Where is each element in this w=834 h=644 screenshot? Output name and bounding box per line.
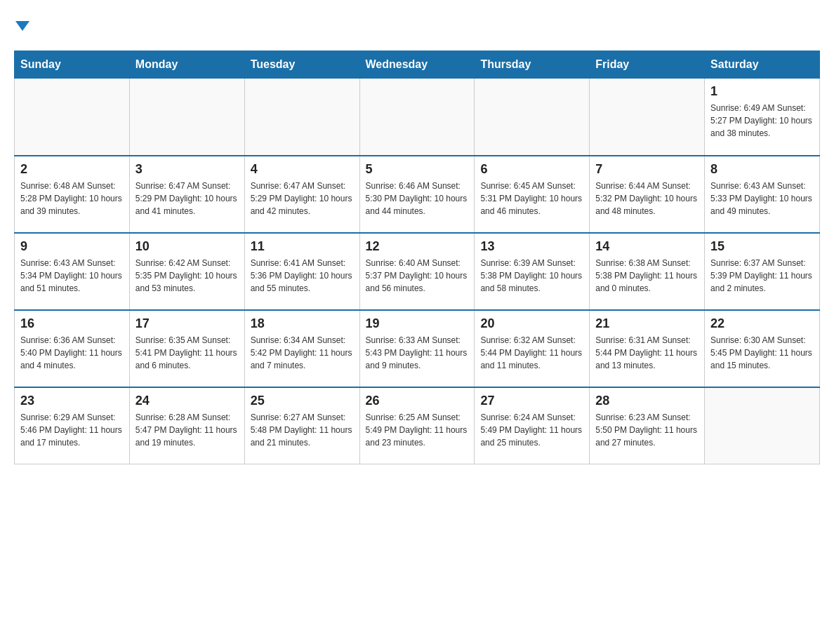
logo-triangle-icon: [15, 21, 29, 31]
day-number: 10: [135, 239, 239, 254]
day-number: 21: [595, 316, 699, 331]
col-header-sunday: Sunday: [15, 51, 130, 79]
calendar-cell: 11Sunrise: 6:41 AM Sunset: 5:36 PM Dayli…: [244, 233, 359, 310]
day-number: 16: [20, 316, 124, 331]
calendar-cell: [359, 79, 475, 156]
logo: [14, 14, 29, 36]
calendar-week-row: 1Sunrise: 6:49 AM Sunset: 5:27 PM Daylig…: [15, 79, 820, 156]
day-info: Sunrise: 6:37 AM Sunset: 5:39 PM Dayligh…: [710, 257, 814, 295]
day-info: Sunrise: 6:31 AM Sunset: 5:44 PM Dayligh…: [595, 334, 699, 372]
calendar-cell: [475, 79, 590, 156]
day-info: Sunrise: 6:25 AM Sunset: 5:49 PM Dayligh…: [366, 411, 469, 449]
calendar-cell: 27Sunrise: 6:24 AM Sunset: 5:49 PM Dayli…: [475, 387, 590, 464]
calendar-week-row: 23Sunrise: 6:29 AM Sunset: 5:46 PM Dayli…: [15, 387, 820, 464]
calendar-header-row: SundayMondayTuesdayWednesdayThursdayFrid…: [15, 51, 820, 79]
day-number: 13: [480, 239, 583, 254]
day-number: 1: [710, 84, 814, 99]
day-number: 14: [595, 239, 699, 254]
calendar-cell: [244, 79, 359, 156]
day-number: 15: [710, 239, 814, 254]
day-info: Sunrise: 6:49 AM Sunset: 5:27 PM Dayligh…: [710, 102, 814, 140]
calendar-cell: 22Sunrise: 6:30 AM Sunset: 5:45 PM Dayli…: [705, 310, 820, 387]
day-number: 23: [20, 394, 124, 408]
day-info: Sunrise: 6:36 AM Sunset: 5:40 PM Dayligh…: [20, 334, 124, 372]
day-info: Sunrise: 6:38 AM Sunset: 5:38 PM Dayligh…: [595, 257, 699, 295]
page-header: [14, 14, 820, 36]
day-info: Sunrise: 6:44 AM Sunset: 5:32 PM Dayligh…: [595, 180, 699, 217]
calendar-cell: [705, 387, 820, 464]
day-number: 18: [251, 316, 354, 331]
day-info: Sunrise: 6:40 AM Sunset: 5:37 PM Dayligh…: [366, 257, 469, 295]
col-header-monday: Monday: [129, 51, 244, 79]
day-info: Sunrise: 6:28 AM Sunset: 5:47 PM Dayligh…: [135, 411, 239, 449]
calendar-cell: [129, 79, 244, 156]
day-number: 5: [366, 162, 469, 177]
calendar-cell: 25Sunrise: 6:27 AM Sunset: 5:48 PM Dayli…: [244, 387, 359, 464]
calendar-cell: 13Sunrise: 6:39 AM Sunset: 5:38 PM Dayli…: [475, 233, 590, 310]
calendar-cell: 12Sunrise: 6:40 AM Sunset: 5:37 PM Dayli…: [359, 233, 475, 310]
day-number: 7: [595, 162, 699, 177]
calendar-cell: 10Sunrise: 6:42 AM Sunset: 5:35 PM Dayli…: [129, 233, 244, 310]
calendar-cell: 23Sunrise: 6:29 AM Sunset: 5:46 PM Dayli…: [15, 387, 130, 464]
day-info: Sunrise: 6:48 AM Sunset: 5:28 PM Dayligh…: [20, 180, 124, 217]
calendar-cell: [590, 79, 705, 156]
day-number: 17: [135, 316, 239, 331]
calendar-cell: 8Sunrise: 6:43 AM Sunset: 5:33 PM Daylig…: [705, 156, 820, 233]
day-number: 12: [366, 239, 469, 254]
day-number: 22: [710, 316, 814, 331]
day-number: 3: [135, 162, 239, 177]
day-info: Sunrise: 6:47 AM Sunset: 5:29 PM Dayligh…: [251, 180, 354, 217]
calendar-cell: 16Sunrise: 6:36 AM Sunset: 5:40 PM Dayli…: [15, 310, 130, 387]
calendar-cell: 28Sunrise: 6:23 AM Sunset: 5:50 PM Dayli…: [590, 387, 705, 464]
day-number: 20: [480, 316, 583, 331]
calendar-cell: 3Sunrise: 6:47 AM Sunset: 5:29 PM Daylig…: [129, 156, 244, 233]
day-number: 8: [710, 162, 814, 177]
day-info: Sunrise: 6:42 AM Sunset: 5:35 PM Dayligh…: [135, 257, 239, 295]
day-number: 25: [251, 394, 354, 408]
calendar-cell: 17Sunrise: 6:35 AM Sunset: 5:41 PM Dayli…: [129, 310, 244, 387]
calendar-cell: 26Sunrise: 6:25 AM Sunset: 5:49 PM Dayli…: [359, 387, 475, 464]
day-info: Sunrise: 6:43 AM Sunset: 5:34 PM Dayligh…: [20, 257, 124, 295]
calendar-cell: 2Sunrise: 6:48 AM Sunset: 5:28 PM Daylig…: [15, 156, 130, 233]
day-info: Sunrise: 6:29 AM Sunset: 5:46 PM Dayligh…: [20, 411, 124, 449]
day-number: 9: [20, 239, 124, 254]
calendar-cell: 21Sunrise: 6:31 AM Sunset: 5:44 PM Dayli…: [590, 310, 705, 387]
calendar-cell: 24Sunrise: 6:28 AM Sunset: 5:47 PM Dayli…: [129, 387, 244, 464]
calendar-cell: 7Sunrise: 6:44 AM Sunset: 5:32 PM Daylig…: [590, 156, 705, 233]
day-number: 28: [595, 394, 699, 408]
day-info: Sunrise: 6:47 AM Sunset: 5:29 PM Dayligh…: [135, 180, 239, 217]
calendar-cell: 18Sunrise: 6:34 AM Sunset: 5:42 PM Dayli…: [244, 310, 359, 387]
day-info: Sunrise: 6:24 AM Sunset: 5:49 PM Dayligh…: [480, 411, 583, 449]
day-number: 11: [251, 239, 354, 254]
day-info: Sunrise: 6:45 AM Sunset: 5:31 PM Dayligh…: [480, 180, 583, 217]
calendar-cell: 4Sunrise: 6:47 AM Sunset: 5:29 PM Daylig…: [244, 156, 359, 233]
logo-general-line: [14, 14, 29, 36]
calendar-cell: 19Sunrise: 6:33 AM Sunset: 5:43 PM Dayli…: [359, 310, 475, 387]
calendar-cell: 6Sunrise: 6:45 AM Sunset: 5:31 PM Daylig…: [475, 156, 590, 233]
day-info: Sunrise: 6:23 AM Sunset: 5:50 PM Dayligh…: [595, 411, 699, 449]
calendar-cell: 1Sunrise: 6:49 AM Sunset: 5:27 PM Daylig…: [705, 79, 820, 156]
col-header-tuesday: Tuesday: [244, 51, 359, 79]
day-info: Sunrise: 6:39 AM Sunset: 5:38 PM Dayligh…: [480, 257, 583, 295]
calendar-cell: [15, 79, 130, 156]
day-number: 26: [366, 394, 469, 408]
col-header-wednesday: Wednesday: [359, 51, 475, 79]
col-header-saturday: Saturday: [705, 51, 820, 79]
calendar-week-row: 16Sunrise: 6:36 AM Sunset: 5:40 PM Dayli…: [15, 310, 820, 387]
day-info: Sunrise: 6:33 AM Sunset: 5:43 PM Dayligh…: [366, 334, 469, 372]
day-number: 24: [135, 394, 239, 408]
day-info: Sunrise: 6:27 AM Sunset: 5:48 PM Dayligh…: [251, 411, 354, 449]
day-info: Sunrise: 6:46 AM Sunset: 5:30 PM Dayligh…: [366, 180, 469, 217]
col-header-thursday: Thursday: [475, 51, 590, 79]
day-info: Sunrise: 6:35 AM Sunset: 5:41 PM Dayligh…: [135, 334, 239, 372]
calendar-cell: 20Sunrise: 6:32 AM Sunset: 5:44 PM Dayli…: [475, 310, 590, 387]
calendar-cell: 5Sunrise: 6:46 AM Sunset: 5:30 PM Daylig…: [359, 156, 475, 233]
day-number: 2: [20, 162, 124, 177]
day-info: Sunrise: 6:41 AM Sunset: 5:36 PM Dayligh…: [251, 257, 354, 295]
day-info: Sunrise: 6:32 AM Sunset: 5:44 PM Dayligh…: [480, 334, 583, 372]
calendar-week-row: 2Sunrise: 6:48 AM Sunset: 5:28 PM Daylig…: [15, 156, 820, 233]
calendar-week-row: 9Sunrise: 6:43 AM Sunset: 5:34 PM Daylig…: [15, 233, 820, 310]
day-info: Sunrise: 6:34 AM Sunset: 5:42 PM Dayligh…: [251, 334, 354, 372]
day-number: 6: [480, 162, 583, 177]
col-header-friday: Friday: [590, 51, 705, 79]
